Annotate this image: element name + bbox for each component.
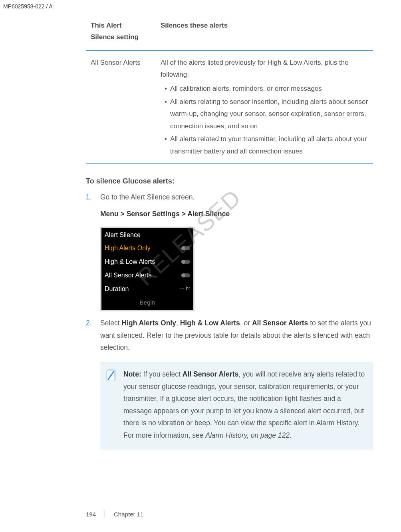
note-text: Note: If you select All Sensor Alerts, y… — [123, 368, 365, 442]
page-content: This Alert Silence setting Silences thes… — [86, 0, 373, 450]
page-footer: 194 Chapter 11 — [86, 510, 143, 518]
note-p3: . — [290, 431, 292, 439]
header-line2: Silence setting — [91, 33, 139, 41]
row-list: All calibration alerts, reminders, or er… — [161, 83, 368, 158]
step-1: Go to the Alert Silence screen. Menu > S… — [86, 191, 373, 312]
device-option-all-sensor: All Sensor Alerts — [101, 269, 193, 282]
note-b1: All Sensor Alerts — [183, 370, 238, 378]
toggle-icon — [181, 273, 190, 277]
cell-setting: All Sensor Alerts — [86, 51, 156, 164]
step1-text: Go to the Alert Silence screen. — [100, 193, 195, 201]
list-item: All calibration alerts, reminders, or er… — [165, 83, 368, 95]
chapter-label: Chapter 11 — [114, 511, 143, 518]
row-intro: All of the alerts listed previously for … — [161, 59, 349, 79]
step-2: Select High Alerts Only, High & Low Aler… — [86, 317, 373, 354]
note-icon — [106, 368, 117, 442]
footer-divider — [105, 510, 105, 518]
note-italic: Alarm History, on page 122 — [205, 431, 290, 439]
duration-label: Duration — [105, 283, 129, 295]
device-begin: Begin — [101, 296, 193, 310]
section-heading: To silence Glucose alerts: — [86, 177, 373, 185]
page-number: 194 — [86, 511, 96, 518]
toggle-icon — [181, 246, 190, 250]
note-box: Note: If you select All Sensor Alerts, y… — [100, 362, 373, 450]
option-label: High Alerts Only — [105, 243, 151, 254]
table-header-silences: Silences these alerts — [156, 16, 373, 51]
document-id: MP6025958-022 / A — [3, 3, 53, 10]
s2-mid2: , or — [240, 319, 252, 327]
s2-b1: High Alerts Only — [122, 319, 176, 327]
path-menu: Menu > — [100, 210, 127, 218]
steps-list: Go to the Alert Silence screen. Menu > S… — [86, 191, 373, 354]
duration-value: --- hr — [180, 285, 190, 293]
device-duration-row: Duration --- hr — [101, 282, 193, 296]
header-line1: This Alert — [91, 22, 122, 29]
cell-alerts: All of the alerts listed previously for … — [156, 51, 373, 164]
toggle-icon — [181, 260, 190, 264]
s2-b3: All Sensor Alerts — [252, 319, 308, 327]
note-p1: If you select — [143, 370, 183, 378]
list-item: All alerts related to your transmitter, … — [165, 133, 368, 157]
device-option-high-only: High Alerts Only — [101, 241, 193, 255]
option-label: All Sensor Alerts — [105, 270, 151, 281]
note-label: Note: — [123, 370, 143, 378]
note-p2: , you will not receive any alerts relate… — [123, 370, 365, 439]
table-row: All Sensor Alerts All of the alerts list… — [86, 51, 373, 164]
list-item: All alerts relating to sensor insertion,… — [165, 96, 368, 133]
s2-prefix: Select — [100, 319, 122, 327]
table-header-setting: This Alert Silence setting — [86, 16, 156, 51]
option-label: High & Low Alerts — [105, 256, 155, 267]
menu-path: Menu > Sensor Settings > Alert Silence — [100, 208, 373, 220]
device-screen-title: Alert Silence — [101, 228, 193, 241]
s2-mid1: , — [176, 319, 180, 327]
device-screenshot: Alert Silence High Alerts Only High & Lo… — [100, 227, 195, 311]
path-alert: Alert Silence — [187, 210, 230, 218]
alert-silence-table: This Alert Silence setting Silences thes… — [86, 16, 373, 164]
path-sensor: Sensor Settings > — [127, 210, 188, 218]
device-option-high-low: High & Low Alerts — [101, 255, 193, 269]
s2-b2: High & Low Alerts — [180, 319, 240, 327]
